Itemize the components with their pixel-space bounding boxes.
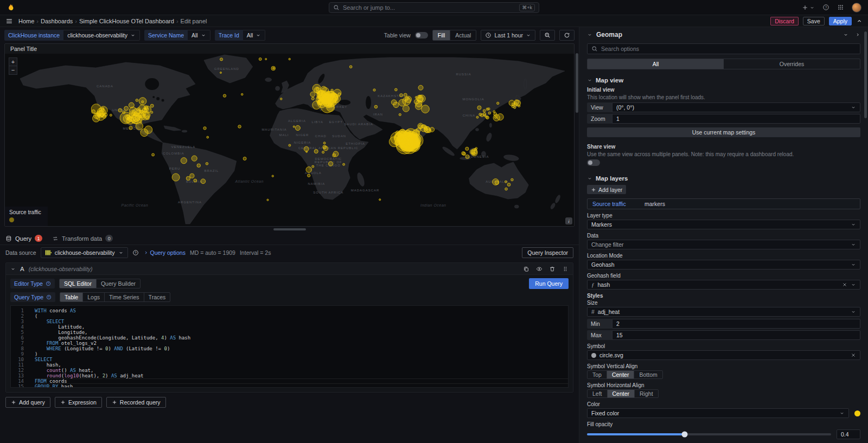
query-type-logs[interactable]: Logs	[82, 293, 104, 301]
clear-icon[interactable]	[851, 352, 856, 358]
breadcrumb-item-dashboard[interactable]: Simple ClickHouse OTel Dashboard	[79, 18, 174, 24]
time-range-picker[interactable]: Last 1 hour	[481, 30, 535, 41]
table-view-toggle[interactable]	[415, 32, 428, 38]
map-zoom-out-button[interactable]: −	[9, 66, 17, 75]
query-type-table[interactable]: Table	[60, 293, 82, 301]
sql-line[interactable]: geohashEncode(Longitude, Latitude, 4) AS…	[35, 335, 568, 341]
display-mode-fill[interactable]: Fill	[433, 30, 450, 40]
discard-button[interactable]: Discard	[770, 17, 799, 25]
grafana-logo-icon[interactable]	[7, 3, 15, 12]
options-scrollbar[interactable]	[864, 31, 867, 118]
options-tab-all[interactable]: All	[588, 59, 724, 69]
geohash-field-dropdown[interactable]: ƒ hash	[587, 280, 860, 290]
options-search-input[interactable]	[601, 46, 856, 52]
user-avatar[interactable]	[852, 3, 861, 12]
apply-button[interactable]: Apply	[829, 17, 852, 25]
query-type-time-series[interactable]: Time Series	[104, 293, 144, 301]
color-swatch[interactable]	[854, 410, 860, 416]
help-button[interactable]	[822, 4, 829, 11]
display-mode-actual[interactable]: Actual	[450, 30, 476, 40]
sql-line[interactable]: hash,	[35, 362, 568, 368]
location-mode-dropdown[interactable]: Geohash	[587, 260, 860, 269]
hide-query-button[interactable]	[536, 266, 542, 272]
drag-query-handle[interactable]	[562, 266, 569, 272]
symbol-valign-top[interactable]: Top	[588, 371, 607, 378]
visualization-picker[interactable]: Geomap	[596, 31, 622, 38]
symbol-valign-bottom[interactable]: Bottom	[634, 371, 662, 378]
symbol-valign-center[interactable]: Center	[607, 371, 634, 378]
collapse-query-button[interactable]	[10, 266, 16, 272]
sql-code[interactable]: WITH coords AS( SELECT Latitude, Longitu…	[28, 306, 568, 387]
breadcrumb-item-dashboards[interactable]: Dashboards	[41, 18, 73, 24]
sql-line[interactable]: count() AS heat,	[35, 368, 568, 373]
data-filter-dropdown[interactable]: Change filter	[587, 240, 860, 249]
editor-type-sql-editor[interactable]: SQL Editor	[60, 279, 96, 288]
run-query-button[interactable]: Run Query	[529, 278, 569, 289]
query-type-traces[interactable]: Traces	[144, 293, 170, 301]
view-dropdown[interactable]: (0°, 0°)	[612, 102, 860, 112]
variable-value-dropdown[interactable]: clickhouse-observability	[63, 30, 140, 41]
geomap-canvas[interactable]: CANADAUNITED STATESMEXICOGREENLANDVENEZU…	[5, 54, 574, 226]
menu-toggle-button[interactable]	[5, 17, 13, 25]
sql-line[interactable]: SELECT	[35, 319, 568, 324]
clear-icon[interactable]	[842, 282, 847, 287]
delete-query-button[interactable]	[549, 266, 556, 272]
add-query-button[interactable]: Add query	[5, 397, 50, 408]
symbol-halign-right[interactable]: Right	[634, 390, 658, 397]
size-field-dropdown[interactable]: # adj_heat	[587, 307, 860, 317]
sql-line[interactable]: round(log10(heat), 2) AS adj_heat	[35, 373, 568, 378]
tab-transform-data[interactable]: Transform data 0	[52, 232, 113, 245]
global-search-input[interactable]: Search or jump to... ⌘+k	[329, 2, 539, 13]
panel-resize-handle[interactable]	[0, 227, 579, 232]
variable-value-dropdown[interactable]: All	[243, 30, 266, 41]
sql-line[interactable]: Latitude,	[35, 324, 568, 330]
use-current-map-settings-button[interactable]: Use current map settings	[587, 127, 860, 137]
add-layer-button[interactable]: Add layer	[587, 185, 626, 194]
options-collapse-button[interactable]	[843, 32, 848, 37]
pane-collapse-button[interactable]	[855, 32, 860, 37]
data-source-picker[interactable]: clickhouse-observability	[41, 247, 128, 258]
min-input[interactable]: 2	[612, 319, 860, 329]
map-view-section-toggle[interactable]: Map view	[587, 77, 623, 84]
time-zoom-out-button[interactable]	[540, 30, 555, 41]
save-button[interactable]: Save	[803, 17, 825, 25]
editor-type-query-builder[interactable]: Query Builder	[96, 279, 140, 288]
datasource-help-button[interactable]	[132, 249, 139, 256]
query-inspector-button[interactable]: Query Inspector	[522, 247, 573, 258]
map-layers-section-toggle[interactable]: Map layers	[587, 175, 628, 182]
symbol-halign-left[interactable]: Left	[588, 390, 607, 397]
symbol-dropdown[interactable]: circle.svg	[587, 350, 860, 360]
apps-button[interactable]	[837, 4, 844, 11]
duplicate-query-button[interactable]	[523, 266, 529, 272]
color-mode-dropdown[interactable]: Fixed color	[587, 408, 849, 418]
sql-code-editor[interactable]: 123456789101112131415 WITH coords AS( SE…	[10, 305, 569, 388]
fill-opacity-slider[interactable]	[587, 433, 831, 435]
sql-line[interactable]: SELECT	[35, 357, 568, 362]
sql-line[interactable]: )	[35, 351, 568, 357]
new-menu-button[interactable]	[802, 4, 815, 11]
map-attribution-button[interactable]: i	[565, 217, 572, 224]
left-pane-scrollbar[interactable]	[576, 53, 578, 113]
sql-line[interactable]: (	[35, 313, 568, 319]
collapse-header-button[interactable]	[856, 18, 863, 24]
expression-button[interactable]: Expression	[55, 397, 102, 408]
options-tab-overrides[interactable]: Overrides	[724, 59, 860, 69]
refresh-button[interactable]	[559, 30, 575, 41]
slider-thumb[interactable]	[682, 432, 688, 438]
symbol-halign-center[interactable]: Center	[607, 390, 635, 397]
query-options-toggle[interactable]: Query options	[143, 249, 186, 256]
map-zoom-in-button[interactable]: +	[9, 57, 17, 66]
layer-item[interactable]: Source traffic markers	[587, 198, 860, 209]
fill-opacity-input[interactable]: 0.4	[837, 429, 860, 439]
sql-line[interactable]: GROUP BY hash	[35, 384, 568, 388]
sql-line[interactable]: FROM coords	[35, 378, 568, 384]
sql-line[interactable]: WITH coords AS	[35, 308, 568, 313]
zoom-input[interactable]: 1	[612, 114, 860, 124]
layer-type-dropdown[interactable]: Markers	[587, 220, 860, 229]
tab-query[interactable]: Query 1	[5, 232, 42, 245]
sql-line[interactable]: FROM otel_logs_v2	[35, 341, 568, 346]
max-input[interactable]: 15	[612, 330, 860, 340]
recorded-query-button[interactable]: Recorded query	[106, 397, 166, 408]
variable-value-dropdown[interactable]: All	[188, 30, 210, 41]
breadcrumb-item-home[interactable]: Home	[18, 18, 34, 24]
